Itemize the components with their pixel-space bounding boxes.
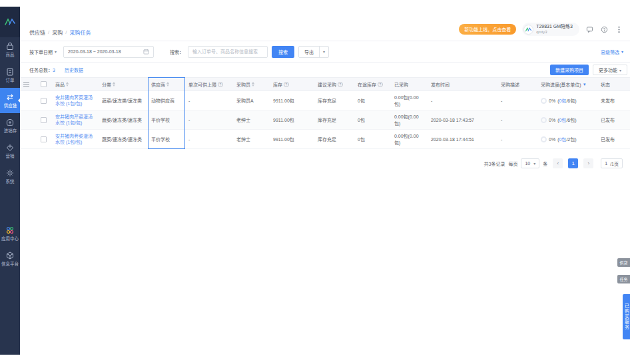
table-row: 安井猪肉芹菜灌汤水饺 (1包/包) 蔬菜/速冻类/速冻类 平价学校 - 老绅士 …: [20, 110, 630, 130]
column-settings-icon[interactable]: [23, 81, 29, 88]
progress-cell: 0% (0包/6包): [541, 97, 594, 104]
chevron-down-icon[interactable]: ▾: [319, 47, 328, 57]
task-total-value: 3: [53, 68, 55, 73]
date-range-picker[interactable]: 2020-03-18 ~ 2020-03-18: [63, 46, 154, 58]
sort-icon[interactable]: [166, 82, 169, 87]
sidebar-item-marketing[interactable]: 营销: [0, 138, 20, 164]
breadcrumb-purchase-task[interactable]: 采购任务: [69, 29, 91, 36]
page-jump-input[interactable]: 1 /1页: [601, 158, 623, 168]
supply-limit-cell: -: [185, 91, 233, 110]
sidebar-item-supply-chain[interactable]: 供应链: [0, 88, 20, 113]
sidebar-item-app-center[interactable]: 应用中心: [0, 221, 20, 246]
row-checkbox[interactable]: [41, 136, 47, 142]
publish-time-cell: 2020-03-18 17:43:57: [428, 110, 497, 130]
col-category[interactable]: 分类: [102, 81, 111, 88]
total-records: 共3条记录: [484, 160, 505, 167]
purchased-services-tab[interactable]: 已购买服务: [623, 294, 630, 339]
sidebar-item-system[interactable]: 系统: [0, 164, 20, 189]
col-progress: 采购进度(基本单位): [541, 81, 581, 88]
progress-pct: 0%: [549, 98, 555, 103]
sidebar-item-label: 供应链: [3, 103, 16, 108]
sort-icon[interactable]: [252, 82, 254, 87]
transit-cell: 0包: [354, 91, 391, 110]
sidebar-item-inventory[interactable]: 进销存: [0, 113, 20, 138]
app-logo-icon: [0, 7, 20, 37]
sidebar-item-orders[interactable]: 订单: [0, 63, 20, 88]
col-purchased: 已采购: [394, 83, 408, 87]
supply-limit-cell: -: [185, 110, 233, 130]
cube-icon: [5, 251, 15, 260]
sidebar-item-label: 商品: [6, 53, 15, 57]
progress-done-link[interactable]: 0包: [559, 118, 566, 122]
more-functions-button[interactable]: 更多功能 ▾: [593, 65, 627, 75]
task-float-tab[interactable]: 任务: [617, 275, 630, 283]
suggest-cell: 库存充足: [314, 110, 354, 130]
search-label: 搜索：: [170, 49, 184, 55]
category-cell: 蔬菜/速冻类/速冻类: [99, 130, 148, 149]
marketing-tag-icon: [5, 143, 15, 152]
row-checkbox[interactable]: [41, 98, 47, 104]
gear-icon: [5, 168, 15, 178]
breadcrumb-separator: /: [65, 29, 67, 35]
page-jump-suffix: /1页: [610, 160, 619, 167]
progress-pct: 0%: [549, 118, 555, 122]
sidebar-item-products[interactable]: 商品: [0, 37, 20, 63]
new-feature-badge[interactable]: 新功能上线，点击查看: [459, 24, 516, 35]
prev-page-button[interactable]: ‹: [553, 158, 563, 168]
progress-done-link[interactable]: 0包: [559, 137, 566, 142]
sort-icon[interactable]: [113, 82, 115, 87]
info-icon[interactable]: ?: [218, 82, 223, 87]
transit-cell: 0包: [354, 130, 391, 149]
history-data-link[interactable]: 历史数据: [65, 67, 83, 73]
col-product[interactable]: 商品: [55, 81, 65, 88]
breadcrumb-supply-chain[interactable]: 供应链: [29, 29, 45, 36]
publish-time-cell: -: [428, 91, 497, 110]
date-type-dropdown[interactable]: 按下单日期 ▾: [29, 49, 57, 55]
progress-done-link[interactable]: 0包: [559, 98, 566, 103]
col-supplier[interactable]: 供应商: [151, 81, 165, 88]
search-button[interactable]: 搜索: [272, 46, 294, 58]
filter-bar: 按下单日期 ▾ 2020-03-18 ~ 2020-03-18 搜索： 搜索 导…: [20, 41, 630, 63]
sort-icon[interactable]: [66, 82, 69, 87]
sidebar-item-info-platform[interactable]: 信息平台: [0, 246, 20, 272]
progress-ring-icon: [541, 136, 547, 142]
product-link[interactable]: 安井猪肉荠菜灌汤水饺 (1包/包): [55, 94, 95, 106]
create-purchase-project-button[interactable]: 新建采购项目: [550, 65, 589, 75]
progress-ring-icon: [541, 117, 547, 123]
user-menu[interactable]: T29831 GM陪练3 qmty3: [522, 23, 579, 36]
product-link[interactable]: 安井猪肉荠菜灌汤水饺 (1包/包): [55, 133, 95, 145]
next-page-button[interactable]: ›: [583, 158, 593, 168]
per-page-select[interactable]: 10 ▾: [521, 158, 539, 168]
info-icon[interactable]: ?: [378, 82, 383, 87]
info-icon[interactable]: ?: [338, 82, 343, 87]
table-row: 安井猪肉荠菜灌汤水饺 (1包/包) 蔬菜/速冻类/速冻类 平价学校 - 老绅士 …: [20, 130, 630, 149]
purchased-cell: 0.00包(0.00包): [391, 110, 428, 130]
advanced-filter-link[interactable]: 高级筛选 ▾: [601, 49, 623, 55]
row-checkbox[interactable]: [41, 117, 47, 123]
desc-cell: -: [497, 130, 537, 149]
product-link[interactable]: 安井猪肉芹菜灌汤水饺 (1包/包): [55, 114, 95, 126]
supply-float-tab[interactable]: 供货: [617, 258, 630, 267]
purchased-cell: 0.00包(0.00包): [391, 91, 428, 110]
search-input[interactable]: [188, 46, 268, 58]
export-button[interactable]: 导出 ▾: [298, 46, 329, 58]
purchase-task-table: 商品 分类 供应商 单次可供上限? 采购员 库存? 建议采购? 在途库存? 已采…: [20, 77, 630, 149]
bag-icon: [5, 42, 15, 51]
breadcrumb-purchase[interactable]: 采购: [52, 29, 63, 36]
progress-cell: 0% (0包/2包): [541, 136, 594, 142]
purchaser-cell: 采购员A: [233, 91, 270, 110]
filter-icon[interactable]: ▼: [583, 83, 587, 87]
page-1-button[interactable]: 1: [568, 158, 578, 168]
info-icon[interactable]: ?: [284, 82, 289, 87]
purchaser-cell: 老绅士: [233, 130, 270, 149]
order-icon: [5, 67, 15, 77]
category-cell: 蔬菜/速冻类/速冻类: [99, 110, 148, 130]
main-content: 供应链 / 采购 / 采购任务 新功能上线，点击查看: [20, 7, 630, 355]
select-all-checkbox[interactable]: [41, 81, 47, 87]
help-icon[interactable]: [600, 25, 609, 34]
message-icon[interactable]: [585, 25, 594, 34]
breadcrumb: 供应链 / 采购 / 采购任务: [29, 29, 91, 36]
inventory-icon: [5, 118, 15, 127]
more-vert-icon[interactable]: [615, 25, 623, 34]
col-purchaser[interactable]: 采购员: [236, 81, 250, 88]
